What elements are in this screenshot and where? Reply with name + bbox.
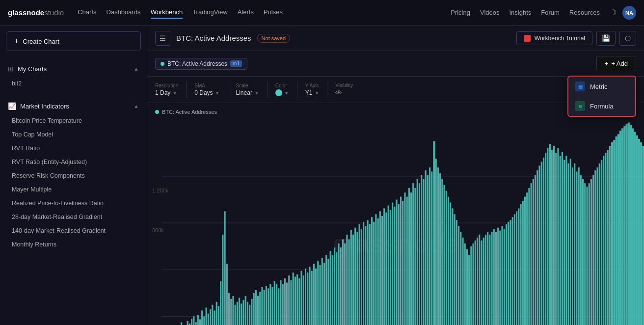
svg-rect-111 (383, 208, 385, 325)
sidebar-item-bit2[interactable]: bit2 (0, 77, 147, 90)
nav-insights[interactable]: Insights (509, 9, 531, 16)
sidebar-item-140day[interactable]: 140-day Market-Realised Gradient (0, 224, 147, 238)
sma-value[interactable]: 0 Days ▼ (194, 89, 219, 96)
svg-rect-53 (264, 290, 265, 325)
svg-rect-228 (626, 124, 628, 325)
add-button[interactable]: + + Add (596, 56, 636, 71)
svg-rect-113 (388, 205, 389, 325)
share-button[interactable]: ⬡ (619, 31, 636, 46)
svg-rect-125 (412, 183, 414, 325)
svg-rect-101 (363, 222, 364, 325)
svg-rect-229 (628, 123, 630, 325)
svg-rect-67 (293, 272, 294, 325)
svg-rect-139 (441, 179, 443, 325)
scale-chevron: ▼ (254, 90, 259, 96)
market-indicators-header[interactable]: 📈 Market Indicators ▲ (0, 98, 147, 114)
my-charts-icon: ⊞ (8, 65, 14, 73)
svg-rect-97 (354, 228, 356, 325)
save-button[interactable]: 💾 (596, 31, 616, 46)
svg-rect-52 (261, 287, 263, 325)
svg-rect-43 (242, 300, 244, 325)
sidebar-item-mayer[interactable]: Mayer Multiple (0, 183, 147, 196)
nav-pulses[interactable]: Pulses (264, 6, 283, 19)
svg-rect-197 (562, 152, 563, 325)
visibility-value[interactable]: 👁 (335, 89, 353, 97)
svg-rect-145 (454, 214, 456, 325)
svg-rect-201 (570, 159, 571, 325)
sidebar-item-rvt[interactable]: RVT Ratio (0, 141, 147, 155)
nav-pricing[interactable]: Pricing (451, 9, 470, 16)
svg-rect-151 (466, 249, 468, 325)
avatar[interactable]: NA (622, 6, 636, 20)
svg-rect-132 (427, 175, 429, 325)
svg-rect-140 (443, 185, 445, 325)
sidebar-item-rvt-entity[interactable]: RVT Ratio (Entity-Adjusted) (0, 155, 147, 169)
svg-rect-227 (623, 126, 625, 325)
market-indicators-chevron: ▲ (134, 103, 139, 109)
my-charts-title: My Charts (18, 65, 47, 73)
sidebar-item-reserve-risk[interactable]: Reserve Risk Components (0, 169, 147, 183)
visibility-label: Visibility (335, 82, 353, 88)
metric-tag-label: BTC: Active Addresses (167, 60, 227, 67)
svg-rect-114 (390, 210, 391, 325)
eye-icon[interactable]: 👁 (335, 89, 342, 97)
sidebar-item-28day[interactable]: 28-day Market-Realised Gradient (0, 210, 147, 224)
svg-rect-71 (301, 271, 302, 325)
sidebar-item-top-cap[interactable]: Top Cap Model (0, 128, 147, 141)
svg-rect-194 (555, 153, 557, 325)
svg-rect-193 (553, 146, 555, 325)
add-btn-label: + Add (611, 60, 628, 67)
metric-badge: m1 (230, 60, 242, 67)
dropdown-metric[interactable]: ▦ Metric (568, 77, 635, 96)
theme-toggle-icon[interactable]: ☽ (610, 8, 617, 17)
svg-rect-230 (630, 125, 632, 325)
sidebar: + Create Chart ⊞ My Charts ▲ bit2 📈 Mark… (0, 26, 147, 325)
nav-workbench[interactable]: Workbench (151, 6, 183, 19)
svg-rect-192 (551, 150, 553, 325)
svg-rect-189 (545, 153, 546, 325)
chart-title: BTC: Active Addresses (176, 34, 251, 42)
svg-rect-95 (350, 230, 352, 325)
formula-icon-sq: ≋ (575, 101, 585, 111)
svg-rect-130 (423, 179, 424, 325)
svg-rect-214 (597, 167, 598, 325)
resolution-value[interactable]: 1 Day ▼ (155, 89, 178, 96)
svg-rect-116 (394, 207, 395, 325)
create-chart-button[interactable]: + Create Chart (6, 31, 141, 51)
my-charts-header[interactable]: ⊞ My Charts ▲ (0, 61, 147, 77)
resolution-chevron: ▼ (172, 90, 177, 96)
svg-rect-154 (473, 244, 474, 325)
sidebar-item-realized-price[interactable]: Realized Price-to-Liveliness Ratio (0, 196, 147, 210)
scale-value[interactable]: Linear ▼ (236, 89, 259, 96)
color-dot[interactable] (275, 89, 282, 96)
hamburger-button[interactable]: ☰ (155, 31, 170, 46)
svg-rect-161 (487, 232, 488, 325)
sidebar-item-monthly-returns[interactable]: Monthly Returns (0, 238, 147, 251)
svg-rect-149 (462, 238, 463, 325)
svg-rect-32 (220, 281, 221, 325)
metric-tag[interactable]: BTC: Active Addresses m1 (155, 58, 247, 70)
yaxis-value[interactable]: Y1 ▼ (305, 89, 320, 96)
nav-resources[interactable]: Resources (569, 9, 600, 16)
svg-rect-205 (578, 167, 580, 325)
resolution-label: Resolution (155, 83, 178, 88)
svg-rect-207 (582, 179, 584, 325)
plus-icon: + (14, 37, 19, 46)
workbench-tutorial-button[interactable]: Workbench Tutorial (516, 31, 592, 45)
dropdown-formula[interactable]: ≋ Formula (568, 96, 635, 116)
svg-rect-118 (398, 204, 400, 325)
nav-tradingview[interactable]: TradingView (192, 6, 228, 19)
svg-rect-148 (460, 232, 461, 325)
nav-forum[interactable]: Forum (541, 9, 560, 16)
svg-rect-183 (533, 179, 534, 325)
svg-rect-25 (206, 308, 207, 325)
svg-rect-163 (491, 232, 492, 325)
svg-rect-186 (538, 166, 540, 325)
nav-dashboards[interactable]: Dashboards (107, 6, 141, 19)
nav-videos[interactable]: Videos (480, 9, 500, 16)
nav-charts[interactable]: Charts (78, 6, 96, 19)
color-value[interactable]: ▼ (275, 89, 289, 96)
nav-alerts[interactable]: Alerts (238, 6, 254, 19)
sidebar-item-bitcoin-price-temp[interactable]: Bitcoin Price Temperature (0, 114, 147, 128)
svg-rect-39 (235, 305, 236, 325)
